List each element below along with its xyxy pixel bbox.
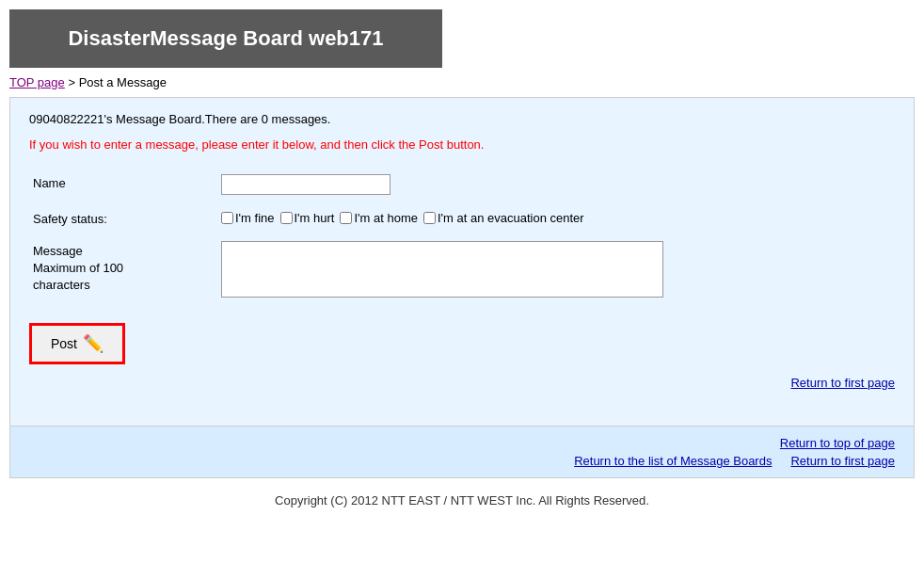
top-page-link[interactable]: TOP page: [9, 75, 65, 89]
message-textarea[interactable]: [221, 241, 663, 298]
safety-option-home[interactable]: I'm at home: [340, 211, 418, 225]
name-input[interactable]: [221, 174, 390, 195]
safety-home-label: I'm at home: [354, 211, 418, 225]
message-input-cell: [217, 234, 895, 308]
checkbox-fine[interactable]: [221, 212, 233, 224]
post-button-row: Post ✏️: [29, 323, 895, 364]
checkbox-hurt[interactable]: [280, 212, 293, 224]
post-button-label: Post: [51, 336, 77, 351]
page-title: DisasterMessage Board web171: [28, 26, 423, 51]
message-label: MessageMaximum of 100characters: [29, 234, 217, 308]
checkbox-home[interactable]: [340, 212, 352, 224]
return-first-page-section-1: Return to first page: [29, 376, 895, 390]
safety-evacuation-label: I'm at an evacuation center: [438, 211, 584, 225]
return-top-link-wrapper: Return to top of page: [29, 436, 895, 450]
name-label: Name: [29, 167, 217, 202]
return-top-of-page-link[interactable]: Return to top of page: [780, 436, 895, 450]
bottom-links: Return to the list of Message Boards Ret…: [29, 454, 895, 468]
safety-label: Safety status:: [29, 202, 217, 234]
name-row: Name: [29, 167, 895, 202]
safety-option-hurt[interactable]: I'm hurt: [280, 211, 335, 225]
main-content: 09040822221's Message Board.There are 0 …: [9, 97, 915, 427]
return-first-page-link-1[interactable]: Return to first page: [790, 376, 895, 390]
checkbox-evacuation[interactable]: [423, 212, 436, 224]
message-row: MessageMaximum of 100characters: [29, 234, 895, 308]
return-list-message-boards-link[interactable]: Return to the list of Message Boards: [574, 454, 772, 468]
safety-options-cell: I'm fine I'm hurt I'm at home I'm at an …: [217, 202, 895, 234]
instruction-text: If you wish to enter a message, please e…: [29, 137, 895, 152]
safety-option-evacuation[interactable]: I'm at an evacuation center: [423, 211, 584, 225]
return-first-page-link-2[interactable]: Return to first page: [790, 454, 895, 468]
page-header: DisasterMessage Board web171: [9, 9, 442, 68]
post-form: Name Safety status: I'm fine I'm hurt: [29, 167, 895, 308]
name-input-cell: [217, 167, 895, 202]
breadcrumb-separator: >: [68, 75, 75, 89]
safety-row: Safety status: I'm fine I'm hurt I'm at …: [29, 202, 895, 234]
breadcrumb: TOP page > Post a Message: [0, 68, 924, 97]
safety-option-fine[interactable]: I'm fine: [221, 211, 275, 225]
safety-fine-label: I'm fine: [235, 211, 275, 225]
footer-links: Return to top of page Return to the list…: [9, 427, 915, 478]
safety-hurt-label: I'm hurt: [295, 211, 335, 225]
copyright: Copyright (C) 2012 NTT EAST / NTT WEST I…: [0, 493, 924, 508]
board-info: 09040822221's Message Board.There are 0 …: [29, 112, 895, 126]
post-button[interactable]: Post ✏️: [29, 323, 125, 364]
breadcrumb-current: Post a Message: [79, 75, 167, 89]
safety-checkbox-group: I'm fine I'm hurt I'm at home I'm at an …: [221, 211, 891, 225]
pencil-icon: ✏️: [83, 333, 104, 354]
